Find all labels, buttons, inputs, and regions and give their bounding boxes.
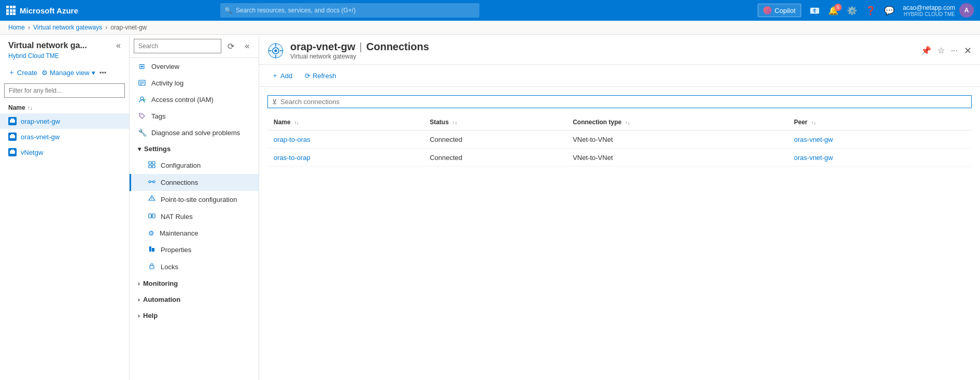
row1-name-link[interactable]: orap-to-oras [274,136,310,143]
col-name[interactable]: Name ↑↓ [267,114,423,130]
resource-panel: orap-vnet-gw | Connections Virtual netwo… [259,35,980,380]
user-info: acao@netapp.com HYBRID CLOUD TME [903,4,955,17]
svg-point-35 [275,49,277,52]
copilot-icon [763,6,772,14]
resource-section: Connections [366,41,429,53]
sidebar-filter-input[interactable] [4,83,125,98]
avatar[interactable]: A [959,3,974,18]
activity-log-icon [138,79,146,87]
sidebar-item-orap-vnet-gw[interactable]: orap-vnet-gw ··· [0,113,129,129]
nav-nat-rules[interactable]: NAT Rules [130,208,259,225]
nav-search-input[interactable] [134,39,221,53]
nav-connections[interactable]: Connections [130,174,259,191]
nav-collapse-btn[interactable]: « [240,39,254,53]
sidebar-title: Virtual network ga... [8,41,87,50]
nav-activity-log[interactable]: Activity log [130,75,259,91]
name-column-label: Name [8,104,25,111]
connections-filter-input[interactable] [280,98,967,106]
nav-settings-label: Settings [144,145,171,153]
svg-rect-26 [149,246,151,252]
nav-monitoring-group[interactable]: › Monitoring [130,275,259,291]
sidebar-item-label-2: oras-vnet-gw [21,133,110,141]
nav-maintenance[interactable]: ⚙ Maintenance [130,225,259,241]
content-area: ⟳ « ⊞ Overview Activity log [130,35,980,380]
refresh-button[interactable]: ⟳ Refresh [301,70,340,82]
more-options-icon[interactable]: ••• [100,69,107,77]
svg-rect-27 [152,248,154,252]
nav-nat-label: NAT Rules [161,213,193,221]
row1-peer-link[interactable]: oras-vnet-gw [794,136,833,143]
create-button[interactable]: ＋ Create [8,66,37,79]
user-email: acao@netapp.com [903,4,955,11]
sidebar-item-oras-vnet-gw[interactable]: oras-vnet-gw ··· [0,129,129,144]
pin-icon[interactable]: 📌 [921,46,931,55]
svg-rect-3 [11,134,14,135]
nav-search-btn[interactable]: ⟳ [223,39,238,53]
nav-settings-group[interactable]: ▾ Settings [130,141,259,157]
nav-configuration[interactable]: Configuration [130,157,259,174]
svg-rect-2 [10,135,15,138]
copilot-button[interactable]: Copilot [758,4,801,17]
sidebar-item-label-1: orap-vnet-gw [21,118,110,125]
nav-locks[interactable]: Locks [130,258,259,275]
sidebar-actions: ＋ Create ⚙ Manage view ▾ ••• [0,64,129,83]
breadcrumb: Home › Virtual network gateways › orap-v… [0,21,980,35]
nav-panel: ⟳ « ⊞ Overview Activity log [130,35,259,380]
topbar: Microsoft Azure 🔍 Copilot 📧 🔔 5 ⚙️ ❓ 💬 a… [0,0,980,21]
row2-peer-link[interactable]: oras-vnet-gw [794,154,833,162]
col-status[interactable]: Status ↑↓ [423,114,566,130]
notifications-icon[interactable]: 🔔 5 [828,6,839,16]
svg-point-11 [140,114,141,115]
nav-automation-group[interactable]: › Automation [130,291,259,308]
filter-bar: ⊻ [267,95,972,108]
nav-iam[interactable]: Access control (IAM) [130,91,259,108]
more-icon[interactable]: ··· [951,46,958,55]
connections-area: ⊻ Name ↑↓ [259,87,980,380]
nav-maintenance-label: Maintenance [160,229,198,237]
nav-diagnose[interactable]: 🔧 Diagnose and solve problems [130,124,259,141]
row2-peer: oras-vnet-gw [788,149,951,167]
svg-rect-15 [152,165,155,168]
feedback-icon[interactable]: 📧 [809,6,820,16]
svg-rect-0 [10,120,15,123]
col-peer[interactable]: Peer ↑↓ [788,114,951,130]
iam-icon [138,95,146,104]
waffle-icon[interactable] [6,6,16,15]
favorite-icon[interactable]: ☆ [938,46,945,55]
nav-tags[interactable]: Tags [130,108,259,124]
resource-header-icons: 📌 ☆ ··· [921,46,958,55]
add-button[interactable]: ＋ Add [267,69,296,82]
nav-p2s[interactable]: Point-to-site configuration [130,191,259,208]
row2-name-link[interactable]: oras-to-orap [274,154,310,162]
peer-sort-arrows: ↑↓ [811,121,816,125]
nav-overview[interactable]: ⊞ Overview [130,58,259,75]
breadcrumb-home[interactable]: Home [8,24,25,31]
nav-properties[interactable]: Properties [130,241,259,258]
row1-connection-type: VNet-to-VNet [566,130,788,149]
nav-tags-label: Tags [151,112,165,120]
configuration-icon [148,161,155,170]
sidebar-items: orap-vnet-gw ··· oras-vnet-gw ··· vNetgw… [0,113,129,380]
breadcrumb-vng[interactable]: Virtual network gateways [33,24,102,31]
sidebar-collapse-icon[interactable]: « [116,41,121,50]
left-sidebar: Virtual network ga... « Hybrid Cloud TME… [0,35,130,380]
nav-configuration-label: Configuration [161,162,201,169]
feedback2-icon[interactable]: 💬 [884,6,894,16]
p2s-icon [148,195,155,204]
nav-help-group[interactable]: › Help [130,308,259,324]
table-header-row: Name ↑↓ Status ↑↓ Connection type [267,114,972,130]
help-icon[interactable]: ❓ [865,6,876,16]
breadcrumb-sep1: › [28,24,30,31]
close-button[interactable]: ✕ [964,45,972,56]
gateway-icon-3 [8,148,17,156]
global-search-input[interactable] [220,3,479,18]
sidebar-item-vnetgw[interactable]: vNetgw ··· [0,144,129,160]
col-connection-type[interactable]: Connection type ↑↓ [566,114,788,130]
settings-icon[interactable]: ⚙️ [847,6,857,16]
settings-chevron-icon: ▾ [138,145,141,153]
manage-view-icon: ⚙ [41,69,48,77]
row1-status: Connected [423,130,566,149]
name-sort-icon[interactable]: ↑↓ [27,105,33,111]
manage-view-button[interactable]: ⚙ Manage view ▾ [41,67,95,79]
user-menu[interactable]: acao@netapp.com HYBRID CLOUD TME A [903,3,974,18]
